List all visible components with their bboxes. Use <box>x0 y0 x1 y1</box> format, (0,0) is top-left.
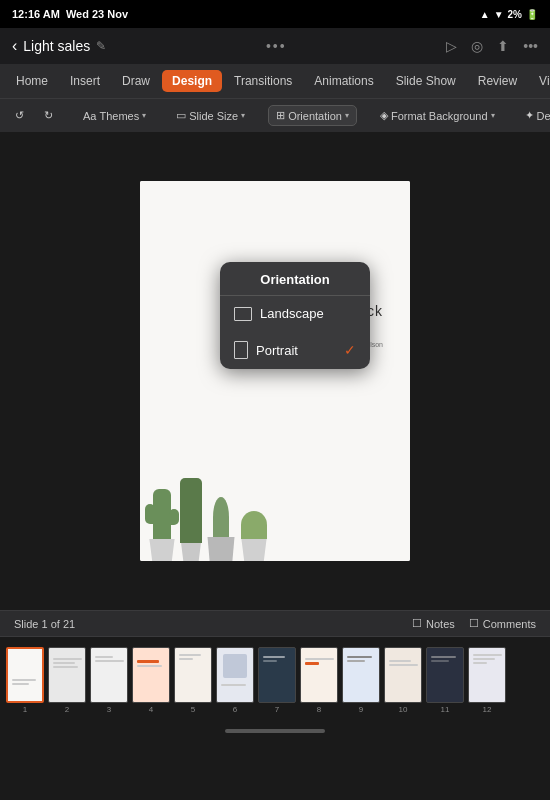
comments-button[interactable]: ☐ Comments <box>469 617 536 630</box>
orientation-label: Orientation <box>288 110 342 122</box>
tab-review[interactable]: Review <box>468 70 527 92</box>
thumb-item-9[interactable]: 9 <box>342 647 380 714</box>
thumb-item-4[interactable]: 4 <box>132 647 170 714</box>
thumb-slide-4[interactable] <box>132 647 170 703</box>
thumb-num-11: 11 <box>441 705 450 714</box>
thumb-item-11[interactable]: 11 <box>426 647 464 714</box>
location-icon[interactable]: ◎ <box>471 38 483 54</box>
orientation-icon: ⊞ <box>276 109 285 122</box>
thumb-item-8[interactable]: 8 <box>300 647 338 714</box>
thumb-slide-8[interactable] <box>300 647 338 703</box>
pot-1 <box>148 539 176 561</box>
dropdown-title: Orientation <box>220 262 370 296</box>
designer-button[interactable]: ✦ Designer <box>518 106 550 125</box>
pot-2 <box>180 543 202 561</box>
thumb-slide-1[interactable] <box>6 647 44 703</box>
landscape-page-icon <box>234 307 252 321</box>
thumb-num-1: 1 <box>23 705 27 714</box>
edit-icon[interactable]: ✎ <box>96 39 106 53</box>
redo-button[interactable]: ↻ <box>37 106 60 125</box>
pot-3 <box>206 537 236 561</box>
undo-button[interactable]: ↺ <box>8 106 31 125</box>
slide-size-button[interactable]: ▭ Slide Size ▾ <box>169 106 252 125</box>
tab-view[interactable]: View <box>529 70 550 92</box>
comments-label: Comments <box>483 618 536 630</box>
thumb-num-3: 3 <box>107 705 111 714</box>
time-display: 12:16 AM <box>12 8 60 20</box>
overflow-button[interactable]: ••• <box>523 38 538 54</box>
plant-3 <box>206 497 236 561</box>
themes-button[interactable]: Aa Themes ▾ <box>76 107 153 125</box>
thumb-slide-2[interactable] <box>48 647 86 703</box>
notes-icon: ☐ <box>412 617 422 630</box>
home-indicator <box>0 724 550 738</box>
portrait-label: Portrait <box>256 343 298 358</box>
portrait-option-left: Portrait <box>234 341 298 359</box>
share-icon[interactable]: ⬆ <box>497 38 509 54</box>
tab-home[interactable]: Home <box>6 70 58 92</box>
tab-transitions[interactable]: Transitions <box>224 70 302 92</box>
designer-label: Designer <box>537 110 550 122</box>
thumb-item-2[interactable]: 2 <box>48 647 86 714</box>
bottom-actions: ☐ Notes ☐ Comments <box>412 617 536 630</box>
slide-size-caret: ▾ <box>241 111 245 120</box>
tab-animations[interactable]: Animations <box>304 70 383 92</box>
tab-design[interactable]: Design <box>162 70 222 92</box>
thumb-item-12[interactable]: 12 <box>468 647 506 714</box>
more-options-button[interactable]: ••• <box>266 38 287 54</box>
thumb-item-5[interactable]: 5 <box>174 647 212 714</box>
themes-label: Themes <box>99 110 139 122</box>
thumb-slide-6[interactable] <box>216 647 254 703</box>
slide-size-label: Slide Size <box>189 110 238 122</box>
pot-4 <box>240 539 268 561</box>
notes-label: Notes <box>426 618 455 630</box>
thumb-slide-5[interactable] <box>174 647 212 703</box>
tab-insert[interactable]: Insert <box>60 70 110 92</box>
document-title: Light sales <box>23 38 90 54</box>
thumb-num-6: 6 <box>233 705 237 714</box>
portrait-option[interactable]: Portrait ✓ <box>220 331 370 369</box>
bottom-status-bar: Slide 1 of 21 ☐ Notes ☐ Comments <box>0 610 550 636</box>
thumb-item-7[interactable]: 7 <box>258 647 296 714</box>
thumb-num-12: 12 <box>483 705 492 714</box>
designer-icon: ✦ <box>525 109 534 122</box>
landscape-option[interactable]: Landscape <box>220 296 370 331</box>
thumb-slide-9[interactable] <box>342 647 380 703</box>
title-bar: ‹ Light sales ✎ ••• ▷ ◎ ⬆ ••• <box>0 28 550 64</box>
undo-icon: ↺ <box>15 109 24 122</box>
battery-icon: 🔋 <box>526 9 538 20</box>
title-left: ‹ Light sales ✎ <box>12 37 106 55</box>
thumb-slide-7[interactable] <box>258 647 296 703</box>
portrait-checkmark: ✓ <box>344 342 356 358</box>
slide-background: Pitch deck Megan Wilson <box>140 181 410 561</box>
title-actions: ▷ ◎ ⬆ ••• <box>446 38 538 54</box>
tab-draw[interactable]: Draw <box>112 70 160 92</box>
tab-slideshow[interactable]: Slide Show <box>386 70 466 92</box>
play-button[interactable]: ▷ <box>446 38 457 54</box>
status-right: ▲ ▼ 2% 🔋 <box>480 9 538 20</box>
thumb-num-2: 2 <box>65 705 69 714</box>
thumb-num-8: 8 <box>317 705 321 714</box>
date-display: Wed 23 Nov <box>66 8 128 20</box>
thumb-num-4: 4 <box>149 705 153 714</box>
format-bg-button[interactable]: ◈ Format Background ▾ <box>373 106 502 125</box>
thumb-slide-11[interactable] <box>426 647 464 703</box>
slide-size-icon: ▭ <box>176 109 186 122</box>
back-button[interactable]: ‹ <box>12 37 17 55</box>
thumb-slide-12[interactable] <box>468 647 506 703</box>
wifi-icon: ▲ <box>480 9 490 20</box>
main-content: Pitch deck Megan Wilson <box>0 132 550 610</box>
thumb-item-3[interactable]: 3 <box>90 647 128 714</box>
plant-2 <box>180 478 202 561</box>
thumb-slide-3[interactable] <box>90 647 128 703</box>
thumb-item-6[interactable]: 6 <box>216 647 254 714</box>
landscape-option-left: Landscape <box>234 306 324 321</box>
orientation-button[interactable]: ⊞ Orientation ▾ <box>268 105 357 126</box>
thumb-item-1[interactable]: 1 <box>6 647 44 714</box>
format-bg-caret: ▾ <box>491 111 495 120</box>
thumb-slide-10[interactable] <box>384 647 422 703</box>
thumb-item-10[interactable]: 10 <box>384 647 422 714</box>
plant-4 <box>240 511 268 561</box>
notes-button[interactable]: ☐ Notes <box>412 617 455 630</box>
slide-canvas[interactable]: Pitch deck Megan Wilson <box>140 181 410 561</box>
